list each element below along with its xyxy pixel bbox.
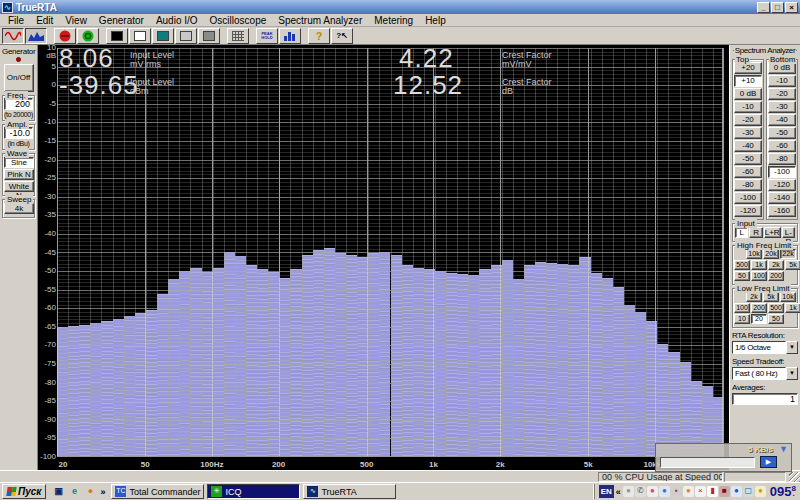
hfl-5k-button[interactable]: 5k: [785, 260, 800, 270]
tray-collapse-chevron[interactable]: «: [616, 487, 621, 497]
top--10-button[interactable]: -10: [734, 101, 762, 113]
top--120-button[interactable]: -120: [734, 205, 762, 217]
bottom--20-button[interactable]: -20: [768, 88, 796, 100]
top--80-button[interactable]: -80: [734, 179, 762, 191]
tray-icon-6[interactable]: ●: [683, 486, 694, 497]
menu-metering[interactable]: Metering: [368, 15, 419, 26]
bottom--120-button[interactable]: -120: [768, 179, 796, 191]
wave-pink-n-button[interactable]: Pink N: [4, 169, 34, 180]
menu-oscilloscope[interactable]: Oscilloscope: [204, 15, 273, 26]
tray-icon-7[interactable]: ×: [695, 486, 706, 497]
lfl-200-button[interactable]: 200: [751, 303, 767, 313]
top--50-button[interactable]: -50: [734, 153, 762, 165]
lfl-500-button[interactable]: 500: [768, 303, 784, 313]
tray-icon-10[interactable]: ●: [731, 486, 742, 497]
grid-toggle-tool-icon[interactable]: [227, 28, 249, 44]
input-r-button[interactable]: R: [749, 227, 762, 238]
tray-icon-5[interactable]: ▪: [671, 486, 682, 497]
chevron-down-icon[interactable]: ▼: [786, 341, 798, 354]
bottom--160-button[interactable]: -160: [768, 205, 796, 217]
top--100-button[interactable]: -100: [734, 192, 762, 204]
color-teal-swatch[interactable]: [152, 28, 174, 44]
menu-help[interactable]: Help: [419, 15, 452, 26]
sweep-button[interactable]: 4k: [4, 203, 34, 214]
bottom--60-button[interactable]: -60: [768, 140, 796, 152]
bottom--80-button[interactable]: -80: [768, 153, 796, 165]
help-tool-icon[interactable]: ?: [308, 28, 330, 44]
rta-resolution-dropdown[interactable]: 1/6 Octave ▼: [732, 341, 798, 354]
bottom--140-button[interactable]: -140: [768, 192, 796, 204]
menu-file[interactable]: File: [2, 15, 30, 26]
maximize-button[interactable]: □: [771, 2, 784, 13]
spectrum-view-tool-icon[interactable]: [25, 28, 47, 44]
lfl-5k-button[interactable]: 5k: [763, 292, 779, 302]
minimize-button[interactable]: _: [757, 2, 770, 13]
quick-launch-internet-explorer-icon[interactable]: e: [67, 485, 81, 498]
lfl-2k-button[interactable]: 2k: [746, 292, 762, 302]
bottom--100-button[interactable]: -100: [768, 166, 796, 178]
hfl-100-button[interactable]: 100: [751, 271, 767, 281]
sine-generator-tool-icon[interactable]: [2, 28, 24, 44]
tray-icon-12[interactable]: ●: [755, 486, 766, 497]
lfl-20-button[interactable]: 20: [751, 314, 767, 324]
lfl-100-button[interactable]: 100: [734, 303, 750, 313]
context-help-tool-icon[interactable]: ?↖: [331, 28, 353, 44]
generator-onoff-button[interactable]: On/Off: [4, 64, 34, 92]
hfl-22k-button[interactable]: 22k: [780, 249, 796, 259]
peak-hold-tool-icon[interactable]: PEAKHOLD: [256, 28, 278, 44]
lfl-1k-button[interactable]: 1k: [785, 303, 800, 313]
menu-spectrum-analyzer[interactable]: Spectrum Analyzer: [272, 15, 368, 26]
bottom--50-button[interactable]: -50: [768, 127, 796, 139]
tray-icon-4[interactable]: ●: [659, 486, 670, 497]
menu-audio-i-o[interactable]: Audio I/O: [150, 15, 204, 26]
bottom--10-button[interactable]: -10: [768, 75, 796, 87]
top-0db-button[interactable]: 0 dB: [734, 88, 762, 100]
language-indicator[interactable]: EN: [599, 485, 614, 498]
hfl-500-button[interactable]: 500: [734, 260, 750, 270]
hfl-50-button[interactable]: 50: [734, 271, 750, 281]
tray-icon-9[interactable]: ■: [719, 486, 730, 497]
wave-white-n-button[interactable]: White N: [4, 181, 34, 192]
quick-launch-media-player-icon[interactable]: ●: [83, 485, 97, 498]
top-+10-button[interactable]: +10: [734, 75, 762, 87]
tray-icon-11[interactable]: ▢: [743, 486, 754, 497]
tray-icon-2[interactable]: ✆: [635, 486, 646, 497]
taskbar-button-total-commander-7-04a-[interactable]: TCTotal Commander 7.04a ...: [111, 484, 204, 499]
lfl-10k-button[interactable]: 10k: [780, 292, 796, 302]
top--20-button[interactable]: -20: [734, 114, 762, 126]
bottom--40-button[interactable]: -40: [768, 114, 796, 126]
input-l-button[interactable]: L: [735, 227, 748, 238]
lfl-50-button[interactable]: 50: [768, 314, 784, 324]
menu-view[interactable]: View: [59, 15, 93, 26]
taskbar-button-icq[interactable]: ✳ICQ: [207, 484, 300, 499]
bottom--30-button[interactable]: -30: [768, 101, 796, 113]
tray-icon-3[interactable]: ●: [647, 486, 658, 497]
top--40-button[interactable]: -40: [734, 140, 762, 152]
input-lplusr-button[interactable]: L+R: [764, 227, 781, 238]
color-gray-swatch[interactable]: [198, 28, 220, 44]
lfl-10-button[interactable]: 10: [734, 314, 750, 324]
wave-sine-button[interactable]: Sine: [4, 157, 34, 168]
color-lightgray-swatch[interactable]: [175, 28, 197, 44]
start-button[interactable]: Пуск: [2, 484, 46, 499]
speed-tradeoff-dropdown[interactable]: Fast ( 80 Hz) ▼: [732, 367, 798, 380]
hfl-200-button[interactable]: 200: [768, 271, 784, 281]
bar-display-tool-icon[interactable]: [279, 28, 301, 44]
hfl-1k-button[interactable]: 1k: [751, 260, 767, 270]
color-black-swatch[interactable]: [106, 28, 128, 44]
averages-input[interactable]: 1: [732, 393, 798, 405]
close-button[interactable]: ×: [785, 2, 798, 13]
tray-icon-8[interactable]: ▮: [707, 486, 718, 497]
chevron-down-icon[interactable]: ▼: [786, 367, 798, 380]
quick-launch-overflow-chevron[interactable]: »: [100, 487, 105, 497]
taskbar-button-truerta[interactable]: ∿TrueRTA: [303, 484, 396, 499]
stop-tool-icon[interactable]: [54, 28, 76, 44]
play-button[interactable]: ▶: [760, 456, 777, 468]
tray-icon-1[interactable]: ●: [623, 486, 634, 497]
run-tool-icon[interactable]: [77, 28, 99, 44]
input-lminusr-button[interactable]: L-R: [782, 227, 795, 238]
hfl-10k-button[interactable]: 10k: [746, 249, 762, 259]
color-white-swatch[interactable]: [129, 28, 151, 44]
menu-edit[interactable]: Edit: [30, 15, 59, 26]
hfl-20k-button[interactable]: 20k: [763, 249, 779, 259]
